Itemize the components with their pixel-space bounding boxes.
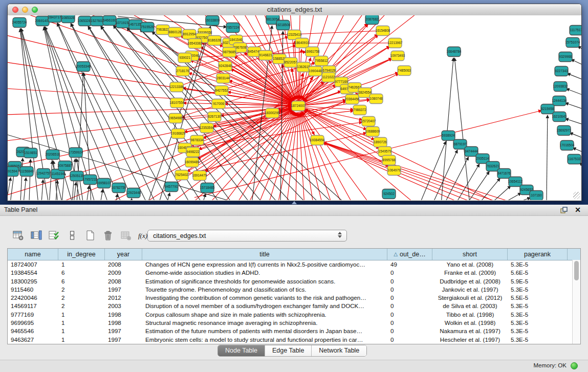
row-height-button[interactable] bbox=[65, 229, 79, 243]
graph-node[interactable]: 16961758 bbox=[305, 47, 320, 57]
column-header-in_degree[interactable]: in_degree bbox=[58, 249, 105, 260]
table-scrollbar[interactable] bbox=[572, 260, 580, 344]
graph-node[interactable]: 30975887 bbox=[58, 161, 73, 171]
table-cell[interactable]: Wolkin et al. (1998) bbox=[432, 319, 508, 327]
graph-node[interactable]: 9878334 bbox=[190, 136, 204, 145]
graph-node[interactable]: 7515526 bbox=[141, 23, 154, 32]
graph-node[interactable]: 391594 bbox=[8, 167, 18, 177]
table-cell[interactable]: 0 bbox=[387, 327, 432, 335]
graph-node[interactable]: 19166829 bbox=[171, 129, 186, 139]
graph-node[interactable]: 1121022 bbox=[322, 73, 335, 82]
graph-node[interactable]: 8186328 bbox=[208, 36, 221, 46]
table-cell[interactable]: Dudbridge et al. (2008) bbox=[432, 277, 508, 286]
graph-node[interactable]: 5938924 bbox=[442, 131, 455, 141]
table-row[interactable]: 911546021997Tourette syndrome. Phenomeno… bbox=[8, 286, 580, 294]
graph-node[interactable]: 17957233 bbox=[83, 175, 98, 185]
graph-node[interactable]: 16154808 bbox=[376, 26, 390, 36]
table-cell[interactable]: 5.3E-5 bbox=[508, 311, 568, 319]
create-column-button[interactable] bbox=[83, 229, 97, 243]
table-cell[interactable]: Hescheler et al. (1997) bbox=[432, 336, 508, 344]
table-row[interactable]: 946554611997Estimation of the future num… bbox=[8, 327, 580, 335]
table-cell[interactable]: Embryonic stem cells: a model to study s… bbox=[142, 336, 387, 344]
graph-node[interactable]: 1990448 bbox=[309, 67, 322, 76]
table-cell[interactable]: 5.3E-5 bbox=[508, 286, 568, 294]
graph-node[interactable]: 20364456 bbox=[345, 95, 360, 104]
graph-node[interactable]: 1527602 bbox=[91, 16, 104, 26]
graph-node[interactable]: 2803144 bbox=[216, 74, 230, 83]
table-cell[interactable]: 2012 bbox=[105, 294, 142, 302]
tab-node-table[interactable]: Node Table bbox=[218, 345, 265, 356]
graph-node[interactable]: 1167533 bbox=[568, 155, 581, 164]
table-cell[interactable]: Yano et al. (2008) bbox=[432, 260, 508, 269]
table-cell[interactable]: 5.9E-5 bbox=[508, 277, 568, 286]
table-cell[interactable]: 1 bbox=[58, 327, 105, 335]
graph-node[interactable]: 16648784 bbox=[447, 47, 462, 57]
table-row[interactable]: 2242004622012Investigating the contribut… bbox=[8, 294, 580, 302]
tab-edge-table[interactable]: Edge Table bbox=[265, 345, 312, 356]
graph-node[interactable]: 8912954 bbox=[183, 30, 196, 39]
table-cell[interactable]: 5.3E-5 bbox=[508, 302, 568, 310]
graph-node[interactable]: 12505135 bbox=[70, 171, 84, 181]
table-cell[interactable]: Disruption of a novel member of a sodium… bbox=[142, 302, 387, 310]
graph-node[interactable]: 16782759 bbox=[112, 183, 126, 193]
table-row[interactable]: 1830029562008Estimation of significance … bbox=[8, 277, 580, 286]
graph-node[interactable]: 2843717 bbox=[48, 15, 61, 23]
graph-node[interactable]: 12353594 bbox=[200, 123, 214, 133]
table-cell[interactable]: 5.3E-5 bbox=[508, 336, 568, 344]
graph-node[interactable]: 18724007 bbox=[291, 101, 306, 111]
graph-node[interactable]: 15718485 bbox=[200, 183, 215, 193]
table-cell[interactable]: 9699695 bbox=[8, 319, 58, 327]
table-row[interactable]: 969969511998Structural magnetic resonanc… bbox=[8, 319, 580, 327]
network-graph[interactable]: 2405572420691406284371710853281065328715… bbox=[8, 15, 581, 200]
table-cell[interactable]: 1997 bbox=[105, 327, 142, 335]
tab-network-table[interactable]: Network Table bbox=[312, 345, 366, 356]
graph-node[interactable]: 924502 bbox=[382, 189, 396, 199]
graph-node[interactable]: 9146821 bbox=[259, 51, 272, 60]
graph-node[interactable]: 16914479 bbox=[192, 171, 207, 181]
graph-node[interactable]: 1549579 bbox=[378, 147, 391, 157]
graph-node[interactable]: 8860128 bbox=[168, 28, 182, 37]
graph-node[interactable]: 11156849 bbox=[19, 167, 34, 177]
table-cell[interactable]: 0 bbox=[387, 336, 432, 344]
graph-node[interactable]: 2718176 bbox=[176, 67, 189, 76]
graph-node[interactable]: 10973493 bbox=[390, 51, 405, 61]
table-cell[interactable]: 5.3E-5 bbox=[508, 327, 568, 335]
window-titlebar[interactable]: citations_edges.txt bbox=[8, 4, 581, 16]
graph-node[interactable]: 7485063 bbox=[398, 66, 411, 76]
graph-node[interactable]: 107160 bbox=[530, 191, 543, 201]
table-mode-button[interactable] bbox=[11, 229, 25, 243]
table-cell[interactable]: 5.3E-5 bbox=[508, 319, 568, 327]
table-cell[interactable]: 9777169 bbox=[8, 311, 58, 319]
graph-node[interactable]: 16958107 bbox=[97, 179, 112, 188]
table-cell[interactable]: 0 bbox=[387, 286, 432, 294]
table-cell[interactable]: Tibbo et al. (1998) bbox=[432, 311, 508, 319]
graph-node[interactable]: 917006 bbox=[212, 99, 225, 109]
graph-node[interactable]: 24055724 bbox=[12, 18, 27, 28]
table-cell[interactable]: Investigating the contribution of common… bbox=[142, 294, 387, 302]
graph-node[interactable]: 2087682 bbox=[365, 15, 379, 25]
table-cell[interactable]: 1 bbox=[58, 336, 105, 344]
table-cell[interactable]: 0 bbox=[387, 302, 432, 310]
table-cell[interactable]: Tourette syndrome. Phenomenology and cla… bbox=[142, 286, 387, 294]
graph-node[interactable]: 1362615 bbox=[297, 62, 310, 72]
table-cell[interactable]: 0 bbox=[387, 319, 432, 327]
graph-node[interactable]: 1890726 bbox=[374, 138, 387, 147]
table-cell[interactable]: 0 bbox=[387, 311, 432, 319]
graph-node[interactable]: 1117517 bbox=[570, 26, 581, 35]
graph-node[interactable]: 8267130 bbox=[208, 112, 221, 122]
table-cell[interactable]: 18724007 bbox=[8, 260, 58, 269]
show-columns-button[interactable] bbox=[29, 229, 43, 243]
graph-node[interactable]: 19654985 bbox=[168, 114, 183, 123]
table-cell[interactable]: 0 bbox=[387, 294, 432, 302]
graph-node[interactable]: 1085328 bbox=[61, 15, 75, 23]
select-rows-button[interactable] bbox=[47, 229, 61, 243]
table-cell[interactable]: Estimation of the future numbers of pati… bbox=[142, 327, 387, 335]
table-cell[interactable]: de Silva et al. (2003) bbox=[432, 302, 508, 310]
column-header-pagerank[interactable]: pagerank bbox=[508, 249, 568, 260]
table-cell[interactable]: 0 bbox=[387, 277, 432, 286]
table-cell[interactable]: 5.3E-5 bbox=[508, 260, 568, 269]
graph-node[interactable]: 19218506 bbox=[276, 20, 291, 30]
table-cell[interactable]: 19384554 bbox=[8, 269, 58, 277]
graph-node[interactable]: 1519851 bbox=[24, 148, 37, 158]
graph-node[interactable]: 12444134 bbox=[552, 96, 567, 106]
